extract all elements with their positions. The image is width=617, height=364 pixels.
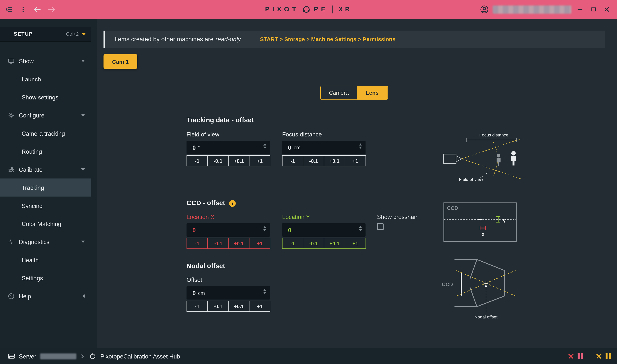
breadcrumb[interactable]: START > Storage > Machine Settings > Per… xyxy=(260,31,396,48)
sidebar-item-health[interactable]: Health xyxy=(0,251,91,269)
sidebar-item-launch[interactable]: Launch xyxy=(0,70,91,88)
location-x-step-buttons: -1 -0.1 +0.1 +1 xyxy=(187,238,272,249)
nodal-plus-0.1-button[interactable]: +0.1 xyxy=(228,301,249,312)
focus-minus-1-button[interactable]: -1 xyxy=(282,155,303,166)
minimize-button[interactable] xyxy=(575,4,585,15)
fov-minus-1-button[interactable]: -1 xyxy=(187,155,208,166)
svg-text:CCD: CCD xyxy=(442,282,453,287)
focus-plus-0.1-button[interactable]: +0.1 xyxy=(324,155,345,166)
sidebar-item-camera-tracking[interactable]: Camera tracking xyxy=(0,124,91,142)
asset-hub-label[interactable]: PixotopeCalibration Asset Hub xyxy=(100,353,180,359)
camera-lens-toggle: Camera Lens xyxy=(320,86,388,100)
locx-minus-0.1-button[interactable]: -0.1 xyxy=(207,238,229,249)
spin-down-icon xyxy=(263,292,267,294)
nodal-offset-input[interactable]: 0 cm xyxy=(187,286,270,299)
chevron-left-icon xyxy=(83,294,85,298)
stepper-arrows[interactable] xyxy=(263,143,267,149)
app-window: PIXOT PE XR xyxy=(0,0,617,364)
calibrate-icon xyxy=(8,166,14,173)
stepper-arrows[interactable] xyxy=(359,143,362,149)
yellow-stop-indicator[interactable] xyxy=(595,353,602,360)
setup-title: SETUP xyxy=(14,31,33,37)
fov-focus-diagram: Focus distance Field of view xyxy=(439,132,526,182)
locx-minus-1-button[interactable]: -1 xyxy=(187,238,208,249)
fov-minus-0.1-button[interactable]: -0.1 xyxy=(207,155,229,166)
section-title-ccd-offset: CCD - offset xyxy=(187,199,236,207)
yellow-pause-indicator[interactable] xyxy=(606,353,611,359)
field-of-view-input[interactable]: 0 ° xyxy=(187,141,270,154)
maximize-button[interactable] xyxy=(589,4,598,15)
sidebar-item-syncing[interactable]: Syncing xyxy=(0,197,91,215)
fov-plus-1-button[interactable]: +1 xyxy=(249,155,270,166)
location-y-input[interactable]: 0 xyxy=(282,223,366,237)
stepper-arrows[interactable] xyxy=(263,289,267,294)
sidebar-item-calibrate[interactable]: Calibrate xyxy=(0,160,91,178)
stepper-arrows[interactable] xyxy=(263,226,267,231)
server-label: Server xyxy=(19,353,36,359)
locy-minus-1-button[interactable]: -1 xyxy=(282,238,303,249)
focus-plus-1-button[interactable]: +1 xyxy=(345,155,366,166)
minimize-icon xyxy=(578,9,582,10)
field-of-view-label: Field of view xyxy=(187,131,272,138)
locx-plus-1-button[interactable]: +1 xyxy=(249,238,270,249)
pixotope-atom-icon xyxy=(302,5,311,14)
stepper-arrows[interactable] xyxy=(359,226,362,231)
user-email-redacted xyxy=(493,5,571,13)
sidebar-item-show-settings[interactable]: Show settings xyxy=(0,88,91,106)
sidebar-item-help[interactable]: ? Help xyxy=(0,287,91,305)
red-stop-indicator[interactable] xyxy=(567,353,575,360)
locy-plus-1-button[interactable]: +1 xyxy=(345,238,366,249)
fov-plus-0.1-button[interactable]: +0.1 xyxy=(228,155,249,166)
show-crosshair-group: Show crosshair xyxy=(377,213,417,230)
svg-text:Nodal offset: Nodal offset xyxy=(475,314,498,319)
locx-plus-0.1-button[interactable]: +0.1 xyxy=(228,238,249,249)
chevron-down-icon xyxy=(81,114,85,116)
close-button[interactable] xyxy=(602,4,612,15)
tab-camera[interactable]: Camera xyxy=(321,86,357,99)
setup-selector[interactable]: SETUP Ctrl+2 xyxy=(0,27,91,42)
tab-lens[interactable]: Lens xyxy=(357,86,388,99)
location-x-input[interactable]: 0 xyxy=(187,223,270,237)
field-of-view-field: Field of view 0 ° -1 -0.1 +0.1 +1 xyxy=(187,131,272,166)
chevron-down-icon xyxy=(82,33,86,35)
nodal-offset-label: Offset xyxy=(187,276,272,283)
sidebar-item-tracking[interactable]: Tracking xyxy=(0,178,91,196)
location-y-label: Location Y xyxy=(282,213,367,221)
nodal-offset-diagram: CCD Nodal offset xyxy=(439,255,529,322)
collapse-sidebar-icon[interactable] xyxy=(5,5,14,14)
forward-icon[interactable] xyxy=(47,5,56,14)
spin-down-icon xyxy=(359,147,362,149)
sidebar-item-color-matching[interactable]: Color Matching xyxy=(0,215,91,233)
nodal-plus-1-button[interactable]: +1 xyxy=(249,301,270,312)
location-x-field: Location X 0 -1 -0.1 +0.1 +1 xyxy=(187,213,272,249)
spin-down-icon xyxy=(263,147,267,149)
sidebar-item-configure[interactable]: Configure xyxy=(0,106,91,124)
server-name-redacted xyxy=(40,353,77,359)
focus-minus-0.1-button[interactable]: -0.1 xyxy=(303,155,324,166)
svg-text:x: x xyxy=(481,231,484,237)
chevron-down-icon xyxy=(81,168,85,171)
read-only-banner: Items created by other machines areread-… xyxy=(104,31,605,48)
show-crosshair-label: Show crosshair xyxy=(377,213,417,220)
focus-distance-input[interactable]: 0 cm xyxy=(282,141,366,154)
cam1-button[interactable]: Cam 1 xyxy=(104,54,137,69)
configure-icon xyxy=(8,112,14,118)
sidebar-item-show[interactable]: Show xyxy=(0,52,91,70)
kebab-menu-icon[interactable] xyxy=(19,5,27,14)
svg-text:Field of view: Field of view xyxy=(459,177,483,182)
sidebar-item-routing[interactable]: Routing xyxy=(0,142,91,160)
nodal-minus-1-button[interactable]: -1 xyxy=(187,301,208,312)
locy-plus-0.1-button[interactable]: +0.1 xyxy=(324,238,345,249)
sidebar-item-settings[interactable]: Settings xyxy=(0,269,91,287)
section-title-tracking-offset: Tracking data - offset xyxy=(187,116,254,124)
user-account-icon[interactable] xyxy=(480,5,489,14)
locy-minus-0.1-button[interactable]: -0.1 xyxy=(303,238,324,249)
nodal-minus-0.1-button[interactable]: -0.1 xyxy=(207,301,229,312)
back-icon[interactable] xyxy=(33,5,42,14)
show-crosshair-checkbox[interactable] xyxy=(377,223,384,230)
sidebar-item-diagnostics[interactable]: Diagnostics xyxy=(0,233,91,251)
banner-message: Items created by other machines areread-… xyxy=(115,31,241,48)
info-icon[interactable] xyxy=(229,200,236,207)
ccd-diagram: CCD y x xyxy=(443,200,518,245)
red-pause-indicator[interactable] xyxy=(578,353,583,359)
